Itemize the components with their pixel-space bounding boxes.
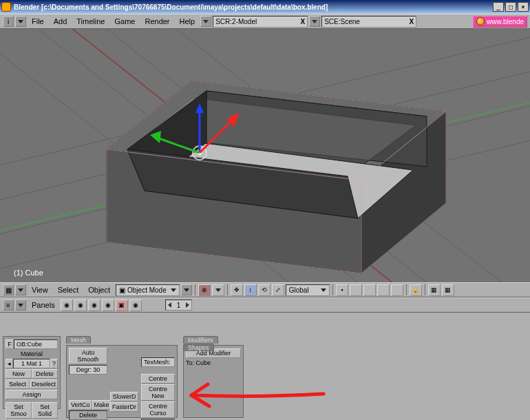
screen-browse-icon[interactable]	[200, 16, 211, 27]
texface-delete-button[interactable]: Delete	[69, 410, 107, 420]
mat-select-button[interactable]: Select	[6, 379, 30, 389]
shapes-tab[interactable]: Shapes	[183, 344, 214, 351]
vertcol-label: VertCo	[69, 400, 92, 410]
orientation-selector[interactable]: Global	[286, 284, 330, 296]
context-script-icon[interactable]: ◉	[74, 300, 87, 311]
info-header: i File Add Timeline Game Render Help SCR…	[0, 14, 530, 29]
panels-label: Panels	[28, 300, 59, 311]
set-solid-button[interactable]: Set Solid	[32, 402, 58, 419]
3dview-collapse-icon[interactable]	[15, 284, 26, 295]
3d-viewport[interactable]: (1) Cube	[0, 29, 530, 282]
buttons-header: ≡ Panels ◉ ◉ ◉ ◉ ▣ ◉ 1	[0, 297, 530, 313]
centre-new-button[interactable]: Centre New	[141, 384, 175, 401]
3dview-type-icon[interactable]: ▦	[3, 284, 14, 295]
scene-field-text: SCE:Scene	[324, 18, 360, 25]
blender-logo-icon	[476, 17, 485, 25]
centre-cursor-button[interactable]: Centre Curso	[141, 401, 175, 418]
layer-btn-5[interactable]	[391, 284, 403, 296]
layer-btn-2[interactable]	[350, 284, 362, 296]
menu-file[interactable]: File	[28, 16, 48, 27]
panels-area: F OB:Cube Material ◂ 1 Mat 1 ? New Delet…	[0, 313, 530, 420]
menu-help[interactable]: Help	[176, 16, 200, 27]
manipulator-toggle[interactable]: ✥	[231, 284, 243, 296]
layer-btn-3[interactable]	[363, 284, 376, 296]
pivot-menu-icon[interactable]	[212, 284, 224, 296]
close-button[interactable]: ×	[518, 2, 529, 12]
auto-smooth-button[interactable]: Auto Smooth	[69, 348, 107, 364]
3dview-header: ▦ View Select Object ▣ Object Mode ⊕ ✥ ↕…	[0, 282, 530, 297]
cube-icon: ▣	[119, 286, 125, 294]
menu-object[interactable]: Object	[84, 284, 114, 295]
menu-view[interactable]: View	[28, 284, 52, 295]
orientation-text: Global	[289, 286, 309, 294]
menu-timeline[interactable]: Timeline	[72, 16, 109, 27]
menu-add[interactable]: Add	[50, 16, 72, 27]
window-type-icon[interactable]: i	[3, 16, 14, 27]
panel-page-number: 1	[177, 302, 181, 309]
mat-assign-button[interactable]: Assign	[6, 390, 58, 399]
render-preview-icon[interactable]: ▦	[428, 284, 441, 296]
vertcol-make-button[interactable]: Make	[92, 400, 112, 410]
screen-field[interactable]: SCR:2-Model X	[213, 16, 308, 28]
modifier-target-label: To: Cube	[186, 359, 241, 366]
mesh-panel: Mesh Auto Smooth Degr: 30 VertCoMake Del…	[66, 336, 178, 417]
manipulator-translate-icon[interactable]: ↕	[244, 284, 257, 296]
blender-link-text: www.blende	[487, 18, 524, 25]
context-object-icon[interactable]: ◉	[102, 300, 114, 311]
buttons-type-icon[interactable]: ≡	[3, 300, 14, 311]
menu-render[interactable]: Render	[140, 16, 173, 27]
panel-pager[interactable]: 1	[165, 300, 193, 311]
menu-game[interactable]: Game	[110, 16, 139, 27]
mode-selector[interactable]: ▣ Object Mode	[116, 284, 180, 296]
minimize-button[interactable]: _	[493, 2, 504, 12]
scene-field[interactable]: SCE:Scene X	[321, 16, 416, 28]
material-section-label: Material	[6, 350, 58, 357]
texmesh-field[interactable]: TexMesh:	[141, 357, 175, 367]
degr-field[interactable]: Degr: 30	[69, 365, 107, 375]
render-icon[interactable]: ▦	[442, 284, 454, 296]
ob-name-field[interactable]: OB:Cube	[14, 339, 58, 349]
layer-btn-4[interactable]	[377, 284, 390, 296]
modifiers-tab[interactable]: Modifiers	[183, 336, 218, 344]
mat-help-icon[interactable]: ?	[50, 359, 58, 368]
lock-icon[interactable]: 🔒	[410, 284, 422, 296]
menu-select[interactable]: Select	[54, 284, 83, 295]
header-collapse-icon[interactable]	[15, 16, 26, 27]
manipulator-scale-icon[interactable]: ⤢	[272, 284, 284, 296]
buttons-collapse-icon[interactable]	[15, 300, 26, 311]
app-icon	[1, 2, 11, 12]
ob-f-button[interactable]: F	[6, 339, 14, 349]
pivot-icon[interactable]: ⊕	[198, 284, 211, 296]
link-materials-panel: F OB:Cube Material ◂ 1 Mat 1 ? New Delet…	[3, 336, 61, 417]
manipulator-rotate-icon[interactable]: ⟲	[258, 284, 271, 296]
scene-clear-icon[interactable]: X	[409, 18, 414, 25]
screen-clear-icon[interactable]: X	[300, 18, 305, 25]
mat-browse-icon[interactable]: ◂	[6, 359, 13, 368]
context-editing-icon[interactable]: ▣	[116, 300, 128, 311]
blender-link[interactable]: www.blende	[473, 16, 527, 28]
active-object-label: (1) Cube	[14, 269, 43, 277]
maximize-button[interactable]: □	[505, 2, 516, 12]
context-scene-icon[interactable]: ◉	[129, 300, 142, 311]
context-shading-icon[interactable]: ◉	[88, 300, 100, 311]
shading-selector[interactable]	[181, 284, 192, 295]
mat-deselect-button[interactable]: Deselect	[30, 379, 58, 389]
mat-delete-button[interactable]: Delete	[32, 369, 58, 379]
set-smooth-button[interactable]: Set Smoo	[6, 402, 32, 419]
mode-text: Object Mode	[127, 286, 167, 294]
layer-btn-1[interactable]: ▪	[336, 284, 348, 296]
window-titlebar: Blender [c:\Documents and Settings\70766…	[0, 0, 530, 14]
screen-field-text: SCR:2-Model	[215, 18, 257, 25]
fasterdraw-button[interactable]: FasterDr	[110, 402, 138, 412]
mat-index-field[interactable]: 1 Mat 1	[13, 359, 50, 368]
context-logic-icon[interactable]: ◉	[61, 300, 73, 311]
scene-browse-icon[interactable]	[309, 16, 320, 27]
modifiers-panel: Modifiers Shapes Add Modifier To: Cube	[183, 336, 244, 417]
viewport-canvas	[0, 29, 530, 282]
slowerdraw-button[interactable]: SlowerD	[110, 392, 138, 401]
window-title: Blender [c:\Documents and Settings\70766…	[14, 3, 491, 11]
mat-new-button[interactable]: New	[6, 369, 32, 379]
centre-button[interactable]: Centre	[141, 374, 175, 384]
mesh-tab[interactable]: Mesh	[66, 336, 91, 344]
